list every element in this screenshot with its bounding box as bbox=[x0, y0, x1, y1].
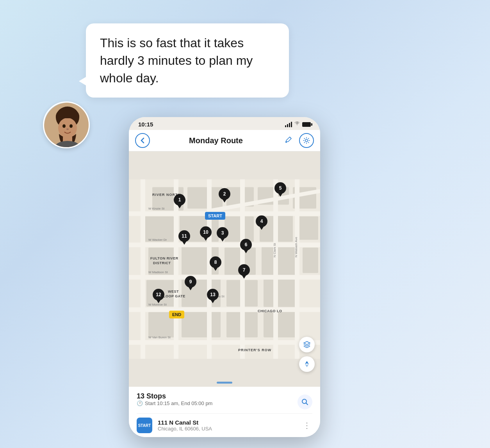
map-area[interactable]: W Kinzie St W Wacker Dr W Madison St W M… bbox=[129, 151, 320, 387]
map-pin-5[interactable]: 5 bbox=[274, 182, 286, 196]
edit-button[interactable] bbox=[282, 135, 295, 147]
svg-point-8 bbox=[305, 139, 308, 142]
svg-text:CHICAGO LO: CHICAGO LO bbox=[258, 309, 282, 313]
signal-icon bbox=[285, 122, 292, 127]
svg-text:W Madison St: W Madison St bbox=[148, 270, 168, 274]
svg-text:W Van Buren St: W Van Buren St bbox=[148, 336, 171, 339]
svg-line-61 bbox=[306, 403, 308, 405]
svg-text:W Wacker Dr: W Wacker Dr bbox=[148, 238, 167, 242]
svg-rect-28 bbox=[264, 279, 299, 307]
svg-point-2 bbox=[58, 118, 77, 138]
clock-icon: 🕐 bbox=[137, 400, 143, 406]
map-background: W Kinzie St W Wacker Dr W Madison St W M… bbox=[129, 151, 320, 387]
status-icons bbox=[285, 121, 311, 127]
avatar bbox=[43, 101, 90, 148]
map-pin-9[interactable]: 9 bbox=[185, 276, 196, 290]
map-pin-12[interactable]: 12 bbox=[153, 289, 164, 303]
svg-text:DISTRICT: DISTRICT bbox=[153, 261, 171, 265]
end-marker: END bbox=[169, 311, 184, 318]
map-pin-2[interactable]: 2 bbox=[219, 188, 230, 202]
wifi-icon bbox=[294, 121, 300, 127]
status-bar: 10:15 bbox=[129, 117, 320, 130]
status-time: 10:15 bbox=[138, 121, 153, 128]
svg-text:WEST: WEST bbox=[168, 290, 179, 293]
stop-address: Chicago, IL 60606, USA bbox=[158, 426, 296, 432]
svg-point-3 bbox=[62, 124, 66, 128]
map-pin-7[interactable]: 7 bbox=[238, 264, 250, 278]
svg-point-4 bbox=[69, 124, 73, 128]
bottom-panel: 13 Stops 🕐 Start 10:15 am, End 05:00 pm … bbox=[129, 387, 320, 437]
svg-point-5 bbox=[66, 128, 69, 130]
battery-icon bbox=[302, 122, 311, 127]
svg-rect-11 bbox=[187, 187, 223, 209]
stop-info: 111 N Canal St Chicago, IL 60606, USA bbox=[158, 419, 296, 432]
route-title: Monday Route bbox=[154, 136, 278, 145]
svg-text:PRINTER'S ROW: PRINTER'S ROW bbox=[238, 348, 271, 352]
svg-text:FULTON RIVER: FULTON RIVER bbox=[150, 256, 178, 260]
map-pin-6[interactable]: 6 bbox=[240, 239, 252, 253]
svg-rect-34 bbox=[129, 243, 320, 247]
svg-rect-17 bbox=[225, 217, 254, 242]
chat-bubble-text: This is so fast that it takes hardly 3 m… bbox=[100, 36, 253, 85]
search-button[interactable] bbox=[298, 395, 312, 409]
map-pin-1[interactable]: 1 bbox=[174, 194, 185, 208]
map-pin-11[interactable]: 11 bbox=[178, 230, 190, 244]
svg-rect-37 bbox=[129, 340, 320, 345]
svg-rect-35 bbox=[129, 275, 320, 280]
map-pin-10[interactable]: 10 bbox=[200, 226, 212, 240]
map-pin-3[interactable]: 3 bbox=[217, 227, 228, 241]
svg-rect-23 bbox=[262, 246, 297, 275]
svg-rect-24 bbox=[303, 248, 318, 273]
start-marker: START bbox=[205, 212, 225, 220]
stop-name: 111 N Canal St bbox=[158, 419, 296, 426]
location-button[interactable] bbox=[299, 356, 315, 372]
nav-bar: Monday Route bbox=[129, 130, 320, 151]
drag-handle[interactable] bbox=[217, 382, 232, 384]
svg-rect-32 bbox=[264, 311, 299, 338]
svg-text:W Kinzie St: W Kinzie St bbox=[148, 207, 165, 210]
phone-frame: 10:15 Mond bbox=[129, 117, 320, 437]
map-pin-13[interactable]: 13 bbox=[207, 289, 219, 303]
stop-start-badge: START bbox=[137, 418, 152, 433]
svg-rect-43 bbox=[295, 180, 299, 359]
map-pin-8[interactable]: 8 bbox=[210, 256, 221, 270]
svg-text:N Wabash Ave: N Wabash Ave bbox=[294, 236, 298, 257]
back-button[interactable] bbox=[135, 133, 150, 148]
stops-time: 🕐 Start 10:15 am, End 05:00 pm bbox=[137, 400, 212, 406]
chat-bubble: This is so fast that it takes hardly 3 m… bbox=[86, 23, 289, 98]
svg-text:N Clark St: N Clark St bbox=[273, 243, 276, 257]
map-layer-button[interactable] bbox=[299, 337, 315, 352]
stops-header: 13 Stops 🕐 Start 10:15 am, End 05:00 pm bbox=[137, 392, 312, 412]
svg-rect-30 bbox=[182, 311, 221, 338]
avatar-image bbox=[44, 103, 90, 148]
svg-text:LOOP GATE: LOOP GATE bbox=[163, 294, 185, 298]
svg-rect-36 bbox=[129, 308, 320, 312]
svg-rect-38 bbox=[141, 180, 145, 359]
stop-more-button[interactable]: ⋮ bbox=[301, 419, 312, 432]
stops-count: 13 Stops bbox=[137, 392, 212, 400]
settings-button[interactable] bbox=[299, 133, 314, 148]
map-pin-4[interactable]: 4 bbox=[256, 215, 267, 229]
stop-item-start[interactable]: START 111 N Canal St Chicago, IL 60606, … bbox=[137, 413, 312, 437]
svg-rect-19 bbox=[299, 217, 318, 240]
svg-rect-42 bbox=[273, 180, 278, 359]
